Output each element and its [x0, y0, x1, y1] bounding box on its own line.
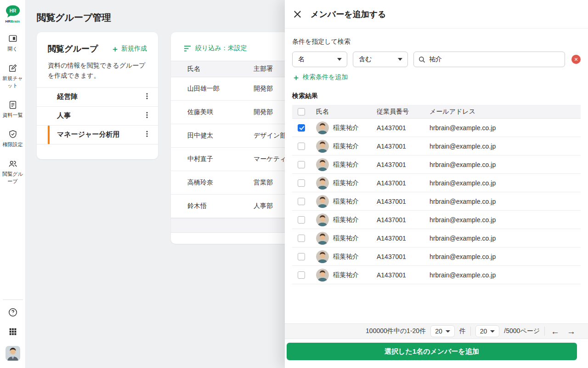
page-size-value: 20 — [435, 328, 442, 335]
field-select[interactable]: 名 — [292, 52, 347, 67]
kebab-menu-icon[interactable] — [143, 111, 151, 121]
permissions-icon — [8, 129, 18, 139]
add-condition-button[interactable]: ＋ 検索条件を追加 — [292, 73, 581, 81]
result-employee-id: A1437001 — [377, 161, 430, 168]
user-avatar[interactable] — [6, 346, 20, 361]
kebab-menu-icon[interactable] — [143, 92, 151, 102]
row-checkbox[interactable] — [298, 179, 305, 187]
result-row[interactable]: 稲葉祐介 A1437001 hrbrain@example.co.jp — [292, 192, 581, 211]
close-icon[interactable] — [292, 9, 303, 20]
group-item-keieijin[interactable]: 経営陣 — [37, 88, 158, 107]
hrbrain-logo-icon: HR — [4, 5, 22, 18]
result-email: hrbrain@example.co.jp — [430, 143, 581, 150]
pagination-divider — [470, 327, 471, 336]
results-table-header: 氏名 従業員番号 メールアドレス — [292, 105, 581, 119]
group-list: 経営陣 人事 マネージャー分析用 — [37, 87, 158, 144]
page-number-value: 20 — [480, 328, 487, 335]
search-section-label: 条件を指定して検索 — [292, 38, 581, 46]
chevron-down-icon — [398, 58, 402, 61]
sidebar-bottom — [0, 299, 25, 368]
page-size-select[interactable]: 20 — [430, 325, 455, 337]
avatar — [316, 121, 329, 134]
sidebar-item-permissions[interactable]: 権限設定 — [0, 129, 26, 149]
chevron-down-icon — [446, 330, 450, 333]
result-name: 稲葉祐介 — [333, 271, 359, 279]
page-total-label: /5000ページ — [504, 327, 540, 335]
filter-icon — [184, 45, 192, 52]
result-employee-id: A1437001 — [377, 124, 430, 132]
column-employee-id: 従業員番号 — [377, 108, 430, 116]
svg-text:HR: HR — [9, 8, 16, 13]
results-section-label: 検索結果 — [292, 92, 581, 100]
row-checkbox[interactable] — [298, 161, 305, 168]
search-query: 祐介 — [429, 55, 442, 63]
result-row[interactable]: 稲葉祐介 A1437001 hrbrain@example.co.jp — [292, 247, 581, 266]
sidebar: HR HRBrain 開く 新規チャット — [0, 0, 26, 368]
result-name: 稲葉祐介 — [333, 253, 359, 261]
help-button[interactable] — [8, 307, 18, 319]
result-email: hrbrain@example.co.jp — [430, 124, 581, 132]
apps-grid-icon — [8, 327, 18, 337]
row-checkbox[interactable] — [298, 253, 305, 260]
user-avatar-image — [6, 346, 20, 361]
drawer-header: メンバーを追加する — [285, 0, 588, 29]
sidebar-item-documents[interactable]: 資料一覧 — [0, 100, 26, 119]
search-input[interactable]: 祐介 — [413, 52, 565, 67]
group-item-manager-analysis[interactable]: マネージャー分析用 — [37, 126, 158, 144]
result-row[interactable]: 稲葉祐介 A1437001 hrbrain@example.co.jp — [292, 211, 581, 229]
groups-panel-description: 資料の情報を閲覧できるグループを作成できます。 — [48, 60, 147, 81]
member-name: 鈴木悟 — [187, 202, 254, 210]
groups-panel-title: 閲覧グループ — [48, 43, 98, 54]
next-page-arrow-icon[interactable]: → — [565, 327, 577, 336]
avatar — [316, 250, 329, 263]
sidebar-item-label: 閲覧グループ — [0, 171, 26, 185]
result-row[interactable]: 稲葉祐介 A1437001 hrbrain@example.co.jp — [292, 137, 581, 155]
row-checkbox[interactable] — [298, 143, 305, 150]
pagination-divider — [544, 327, 545, 336]
member-name: 佐藤美咲 — [187, 108, 254, 116]
result-row[interactable]: 稲葉祐介 A1437001 hrbrain@example.co.jp — [292, 174, 581, 192]
result-email: hrbrain@example.co.jp — [430, 235, 581, 242]
result-row[interactable]: 稲葉祐介 A1437001 hrbrain@example.co.jp — [292, 229, 581, 247]
result-email: hrbrain@example.co.jp — [430, 161, 581, 168]
row-checkbox[interactable] — [298, 235, 305, 242]
column-name: 氏名 — [316, 108, 377, 116]
row-checkbox[interactable] — [298, 124, 305, 132]
avatar — [316, 269, 329, 282]
hrbrain-logo[interactable]: HR HRBrain — [3, 5, 23, 23]
plus-icon: ＋ — [292, 74, 300, 81]
sidebar-item-label: 開く — [7, 46, 18, 53]
column-name: 氏名 — [187, 65, 254, 73]
select-all-checkbox[interactable] — [298, 108, 305, 115]
result-row[interactable]: 稲葉祐介 A1437001 hrbrain@example.co.jp — [292, 266, 581, 284]
create-group-button[interactable]: ＋ 新規作成 — [111, 45, 147, 53]
apps-grid-button[interactable] — [8, 327, 18, 339]
operator-select[interactable]: 含む — [353, 52, 408, 67]
row-checkbox[interactable] — [298, 216, 305, 224]
remove-condition-button[interactable]: ✕ — [571, 55, 581, 64]
sidebar-item-open[interactable]: 開く — [0, 34, 26, 53]
operator-select-value: 含む — [359, 55, 372, 63]
add-selected-members-button[interactable]: 選択した1名のメンバーを追加 — [287, 343, 577, 360]
group-item-jinji[interactable]: 人事 — [37, 107, 158, 126]
result-row[interactable]: 稲葉祐介 A1437001 hrbrain@example.co.jp — [292, 155, 581, 174]
hrbrain-logo-text: HRBrain — [3, 19, 23, 23]
page-number-select[interactable]: 20 — [475, 325, 500, 337]
kebab-menu-icon[interactable] — [143, 130, 151, 139]
result-row[interactable]: 稲葉祐介 A1437001 hrbrain@example.co.jp — [292, 119, 581, 137]
result-employee-id: A1437001 — [377, 198, 430, 205]
filter-label: 絞り込み：未設定 — [195, 44, 247, 52]
member-name: 田中健太 — [187, 132, 254, 140]
result-email: hrbrain@example.co.jp — [430, 271, 581, 279]
result-name: 稲葉祐介 — [333, 234, 359, 242]
row-checkbox[interactable] — [298, 271, 305, 279]
previous-page-arrow-icon[interactable]: ← — [549, 327, 561, 336]
group-item-label: マネージャー分析用 — [57, 130, 119, 139]
sidebar-item-view-groups[interactable]: 閲覧グループ — [0, 159, 26, 185]
sidebar-item-new-chat[interactable]: 新規チャット — [0, 63, 26, 90]
result-name: 稲葉祐介 — [333, 216, 359, 224]
avatar — [316, 158, 329, 171]
add-members-drawer: メンバーを追加する 条件を指定して検索 名 含む 祐介 — [285, 0, 588, 368]
search-condition-row: 名 含む 祐介 ✕ — [292, 52, 581, 67]
row-checkbox[interactable] — [298, 198, 305, 205]
